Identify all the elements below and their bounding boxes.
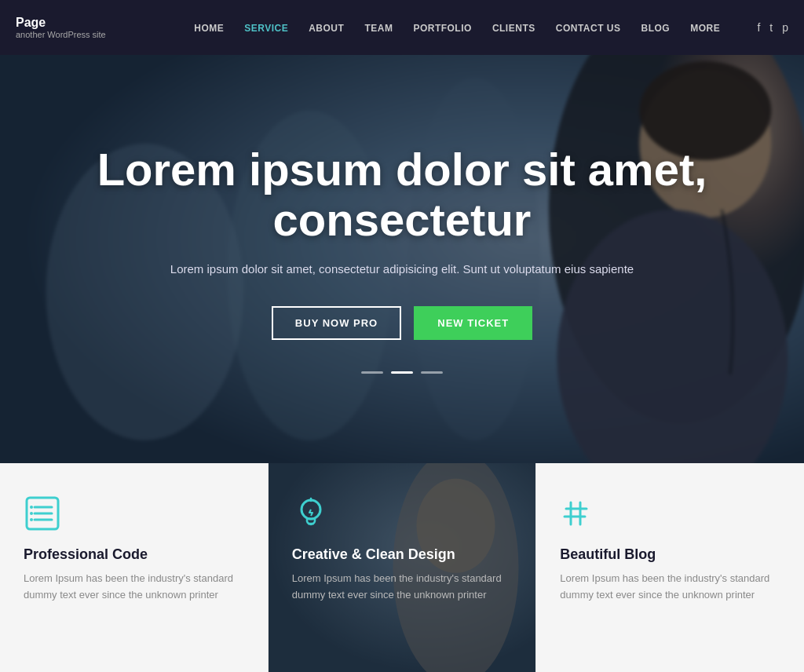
site-name: Page [16, 16, 157, 30]
nav-item-more[interactable]: More [682, 20, 728, 35]
nav-item-clients[interactable]: CLIENTS [484, 20, 543, 35]
buy-now-pro-button[interactable]: BUY NOW PRO [272, 306, 401, 340]
dot-1[interactable] [361, 371, 383, 374]
nav-item-team[interactable]: TEAM [356, 20, 400, 35]
feature-desc-3: Lorem Ipsum has been the industry's stan… [560, 571, 780, 604]
hero-subtitle: Lorem ipsum dolor sit amet, consectetur … [63, 261, 741, 279]
social-links: f t p [757, 21, 788, 34]
feature-professional-code: Professional Code Lorem Ipsum has been t… [0, 463, 269, 672]
nav-link-portfolio[interactable]: PORTFOLIO [405, 18, 480, 38]
brand: Page another WordPress site [16, 16, 157, 39]
hash-icon [560, 495, 598, 532]
nav-item-blog[interactable]: BLOG [634, 20, 678, 35]
nav-link-contact[interactable]: CONTACT US [548, 18, 629, 38]
feature-title-2: Creative & Clean Design [292, 546, 513, 563]
feature-creative-design: Creative & Clean Design Lorem Ipsum has … [269, 463, 537, 672]
svg-point-12 [30, 506, 33, 509]
hero-title: Lorem ipsum dolor sit amet, consectetur [63, 144, 741, 245]
hero-dots [63, 371, 741, 374]
nav-link-team[interactable]: TEAM [356, 18, 400, 38]
list-icon [24, 495, 61, 532]
nav-item-home[interactable]: HOME [186, 20, 232, 35]
twitter-icon[interactable]: t [769, 21, 773, 34]
nav-link-about[interactable]: ABOUT [301, 18, 352, 38]
lightbulb-icon [292, 495, 330, 532]
hero-buttons: BUY NOW PRO NEW TICKET [63, 306, 741, 340]
pinterest-icon[interactable]: p [782, 21, 788, 34]
nav-link-more[interactable]: More [682, 18, 728, 38]
nav-link-service[interactable]: SERVICE [236, 18, 296, 38]
nav-link-home[interactable]: HOME [186, 18, 232, 38]
nav-menu: HOME SERVICE ABOUT TEAM PORTFOLIO CLIENT… [157, 20, 757, 35]
feature-title-3: Beautiful Blog [560, 546, 780, 563]
dot-3[interactable] [421, 371, 443, 374]
nav-item-portfolio[interactable]: PORTFOLIO [405, 20, 480, 35]
nav-item-about[interactable]: ABOUT [301, 20, 352, 35]
feature-title-1: Professional Code [24, 546, 244, 563]
site-tagline: another WordPress site [16, 30, 157, 39]
facebook-icon[interactable]: f [757, 21, 760, 34]
svg-point-14 [30, 518, 33, 521]
dot-2[interactable] [391, 371, 413, 374]
feature-desc-1: Lorem Ipsum has been the industry's stan… [24, 571, 244, 604]
hero-content: Lorem ipsum dolor sit amet, consectetur … [0, 144, 804, 374]
navbar: Page another WordPress site HOME SERVICE… [0, 0, 804, 55]
features-section: Professional Code Lorem Ipsum has been t… [0, 463, 804, 672]
hero-section: Lorem ipsum dolor sit amet, consectetur … [0, 55, 804, 463]
feature-beautiful-blog: Beautiful Blog Lorem Ipsum has been the … [536, 463, 804, 672]
svg-point-13 [30, 512, 33, 515]
nav-link-blog[interactable]: BLOG [634, 18, 678, 38]
feature-desc-2: Lorem Ipsum has been the industry's stan… [292, 571, 513, 604]
nav-item-contact[interactable]: CONTACT US [548, 20, 629, 35]
nav-link-clients[interactable]: CLIENTS [484, 18, 543, 38]
nav-item-service[interactable]: SERVICE [236, 20, 296, 35]
new-ticket-button[interactable]: NEW TICKET [414, 306, 532, 340]
